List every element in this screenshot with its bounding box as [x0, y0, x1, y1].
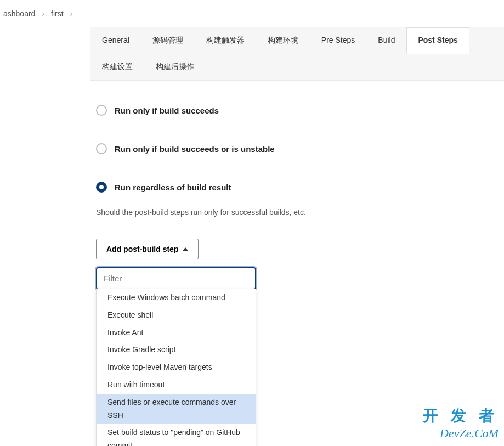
- radio-success[interactable]: [96, 105, 107, 116]
- option-run-timeout[interactable]: Run with timeout: [97, 376, 256, 394]
- step-options-list: Execute Windows batch command Execute sh…: [96, 289, 256, 446]
- breadcrumb: ashboard › first ›: [0, 0, 504, 27]
- radio-success-unstable[interactable]: [96, 143, 107, 154]
- config-tabs: General 源码管理 构建触发器 构建环境 Pre Steps Build …: [90, 27, 504, 81]
- tab-build[interactable]: Build: [366, 27, 406, 54]
- radio-regardless-label: Run regardless of build result: [115, 183, 231, 192]
- chevron-right-icon: ›: [67, 9, 76, 18]
- tab-build-settings[interactable]: 构建设置: [90, 54, 144, 80]
- add-step-dropdown: Execute Windows batch command Execute sh…: [96, 267, 504, 290]
- post-step-condition-group: Run only if build succeeds Run only if b…: [96, 105, 504, 193]
- tab-build-env[interactable]: 构建环境: [256, 27, 310, 54]
- option-send-files-ssh[interactable]: Send files or execute commands over SSH: [97, 394, 256, 425]
- option-execute-windows-batch[interactable]: Execute Windows batch command: [97, 289, 256, 307]
- option-set-github-status[interactable]: Set build status to "pending" on GitHub …: [97, 424, 256, 446]
- tab-general[interactable]: General: [90, 27, 141, 54]
- tab-triggers[interactable]: 构建触发器: [195, 27, 256, 54]
- tab-post-steps[interactable]: Post Steps: [406, 27, 469, 54]
- add-post-build-step-label: Add post-build step: [106, 245, 178, 253]
- add-post-build-step-button[interactable]: Add post-build step: [96, 239, 199, 259]
- tab-scm[interactable]: 源码管理: [141, 27, 195, 54]
- caret-up-icon: [183, 247, 188, 251]
- breadcrumb-first[interactable]: first: [48, 9, 67, 18]
- option-execute-shell[interactable]: Execute shell: [97, 307, 256, 324]
- chevron-right-icon: ›: [38, 9, 48, 18]
- radio-success-label: Run only if build succeeds: [115, 106, 219, 115]
- option-invoke-gradle[interactable]: Invoke Gradle script: [97, 341, 256, 359]
- breadcrumb-dashboard[interactable]: ashboard: [0, 9, 38, 18]
- radio-regardless[interactable]: [96, 182, 107, 193]
- tab-post-build-actions[interactable]: 构建后操作: [144, 54, 206, 80]
- tab-pre-steps[interactable]: Pre Steps: [310, 27, 366, 54]
- option-invoke-ant[interactable]: Invoke Ant: [97, 324, 256, 342]
- radio-success-unstable-label: Run only if build succeeds or is unstabl…: [115, 144, 275, 154]
- option-invoke-maven[interactable]: Invoke top-level Maven targets: [97, 359, 256, 376]
- filter-input[interactable]: [96, 267, 256, 290]
- help-text: Should the post-build steps run only for…: [96, 208, 504, 217]
